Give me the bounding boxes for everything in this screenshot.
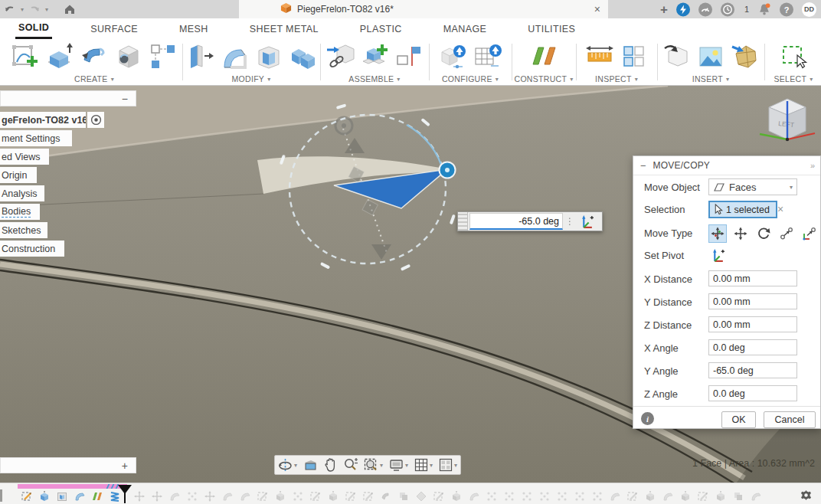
cancel-button[interactable]: Cancel xyxy=(764,411,816,428)
look-at-button[interactable] xyxy=(302,459,319,472)
set-pivot-icon-button[interactable] xyxy=(577,213,597,230)
timeline-feature-extrude-suppressed[interactable] xyxy=(679,490,692,502)
ribbon-group-label[interactable]: ASSEMBLE▾ xyxy=(348,74,400,84)
ribbon-hole-button[interactable] xyxy=(113,41,145,73)
pan-button[interactable] xyxy=(322,458,339,472)
timeline-feature-extrude-suppressed[interactable] xyxy=(274,490,286,502)
browser-collapse-icon[interactable]: − xyxy=(122,93,128,105)
ribbon-combine-button[interactable] xyxy=(287,41,319,73)
tab-utilities[interactable]: UTILITIES xyxy=(525,18,578,39)
timeline-feature-fillet-suppressed[interactable] xyxy=(239,490,251,502)
timeline-feature-pattern-suppressed[interactable] xyxy=(186,490,198,502)
timeline-feature-shell[interactable] xyxy=(56,490,68,502)
timeline-feature-extrude-suppressed[interactable] xyxy=(644,490,656,502)
selection-chip[interactable]: 1 selected xyxy=(708,201,777,218)
overflow-menu-icon[interactable]: ⋮ xyxy=(563,216,577,227)
timeline-feature-pattern-suppressed[interactable] xyxy=(486,490,498,502)
timeline-feature-fillet[interactable] xyxy=(74,490,86,502)
browser-item-gefrelon-to82-v16[interactable]: geFrelon-TO82 v16 xyxy=(0,112,86,128)
browser-expand-icon[interactable]: + xyxy=(122,460,128,472)
info-icon[interactable]: i xyxy=(641,412,654,427)
timeline-feature-sketch-suppressed[interactable] xyxy=(309,490,322,502)
timeline-feature-fillet-suppressed[interactable] xyxy=(468,490,480,502)
ribbon-configuration-button[interactable] xyxy=(437,41,469,73)
ribbon-pattern-button[interactable] xyxy=(147,41,179,73)
field-input-y-angle[interactable] xyxy=(708,362,797,378)
timeline-feature-pattern-suppressed[interactable] xyxy=(556,490,568,502)
timeline-feature-sketch-suppressed[interactable] xyxy=(433,490,445,502)
timeline-feature-fillet-suppressed[interactable] xyxy=(662,490,674,502)
ribbon-fillet-button[interactable] xyxy=(218,41,250,73)
move-object-dropdown[interactable]: Faces ▾ xyxy=(708,178,797,195)
extensions-icon[interactable] xyxy=(698,2,712,16)
window-zoom-button[interactable]: ▾ xyxy=(362,458,384,472)
browser-footer-bar[interactable]: + xyxy=(0,457,136,473)
timeline-feature-move-suppressed[interactable] xyxy=(204,490,216,502)
grid-caret-icon[interactable]: ▾ xyxy=(430,462,433,469)
browser-item-origin[interactable]: Origin xyxy=(0,167,37,183)
redo-icon[interactable] xyxy=(28,2,41,16)
help-icon[interactable]: ? xyxy=(780,2,793,16)
browser-item-construction[interactable]: Construction xyxy=(0,241,64,257)
ribbon-group-label[interactable]: CREATE▾ xyxy=(74,74,114,84)
timeline-feature-plane[interactable] xyxy=(91,490,103,502)
field-input-x-angle[interactable] xyxy=(708,339,797,355)
timeline-feature-sketch-suppressed[interactable] xyxy=(257,490,269,502)
undo-icon[interactable] xyxy=(3,2,17,16)
ribbon-shell-button[interactable] xyxy=(253,41,285,73)
user-avatar[interactable]: DD xyxy=(802,2,816,17)
grid-snap-button[interactable]: ▾ xyxy=(413,458,434,472)
move-type-point-to-point-button[interactable] xyxy=(777,224,796,243)
browser-item-analysis[interactable]: Analysis xyxy=(0,185,44,201)
dialog-collapse-icon[interactable]: − xyxy=(640,160,646,172)
timeline-feature-fillet-suppressed[interactable] xyxy=(168,490,181,502)
ribbon-revolve-button[interactable] xyxy=(78,41,110,73)
timeline-feature-extrude[interactable] xyxy=(38,490,51,502)
component-activate-radio[interactable] xyxy=(87,112,104,128)
ribbon-group-label[interactable]: CONSTRUCT▾ xyxy=(515,74,574,84)
browser-item-bodies[interactable]: Bodies xyxy=(0,204,40,220)
timeline-feature-sketch-suppressed[interactable] xyxy=(697,490,709,502)
redo-caret-icon[interactable]: ▾ xyxy=(45,6,48,13)
display-caret-icon[interactable]: ▾ xyxy=(405,462,408,469)
timeline-options-gear-icon[interactable] xyxy=(800,489,812,504)
notifications-bell-icon[interactable] xyxy=(757,2,771,16)
timeline-feature-move-suppressed[interactable] xyxy=(133,490,146,502)
timeline-feature-sketch-suppressed[interactable] xyxy=(626,490,639,502)
timeline-feature-extrude-suppressed[interactable] xyxy=(327,490,339,502)
timeline-feature-pattern-suppressed[interactable] xyxy=(591,490,603,502)
orbit-caret-icon[interactable]: ▾ xyxy=(294,462,297,469)
timeline-feature-pattern-suppressed[interactable] xyxy=(538,490,551,502)
tab-mesh[interactable]: MESH xyxy=(176,18,211,39)
timeline-feature-extrude-suppressed[interactable] xyxy=(715,490,727,502)
dialog-header[interactable]: − MOVE/COPY » xyxy=(633,156,820,175)
timeline-playhead[interactable] xyxy=(118,485,132,494)
new-tab-icon[interactable]: + xyxy=(660,3,668,16)
tab-plastic[interactable]: PLASTIC xyxy=(357,18,405,39)
timeline-feature-extrude-suppressed[interactable] xyxy=(450,490,463,502)
job-queue-clock-icon[interactable] xyxy=(721,2,734,16)
timeline-feature-fillet-suppressed[interactable] xyxy=(609,490,621,502)
drag-handle[interactable] xyxy=(458,212,468,231)
tab-solid[interactable]: SOLID xyxy=(15,18,52,39)
move-type-point-to-position-button[interactable] xyxy=(800,224,819,243)
dialog-dock-icon[interactable]: » xyxy=(810,161,815,170)
undo-caret-icon[interactable]: ▾ xyxy=(21,6,24,13)
timeline-feature-form-suppressed[interactable] xyxy=(415,490,427,502)
timeline-feature-fillet-suppressed[interactable] xyxy=(221,490,234,502)
selection-clear-icon[interactable]: × xyxy=(777,203,783,215)
ribbon-construction-plane-button[interactable] xyxy=(528,41,560,73)
ribbon-group-label[interactable]: CONFIGURE▾ xyxy=(442,74,499,84)
timeline-feature-sketch-suppressed[interactable] xyxy=(362,490,375,502)
ribbon-group-label[interactable]: SELECT▾ xyxy=(774,74,813,84)
field-input-z-distance[interactable] xyxy=(708,316,797,332)
timeline-feature-fillet-suppressed[interactable] xyxy=(750,490,762,502)
document-tab[interactable]: PiegeFrelon-TO82 v16* × xyxy=(239,0,608,18)
ribbon-extrude-button[interactable] xyxy=(44,41,76,73)
tab-surface[interactable]: SURFACE xyxy=(87,18,141,39)
ribbon-insert-derive-button[interactable] xyxy=(660,41,692,73)
window-zoom-caret-icon[interactable]: ▾ xyxy=(380,462,383,469)
timeline-feature-pattern-suppressed[interactable] xyxy=(292,490,304,502)
viewcube[interactable]: LEFT xyxy=(755,89,819,153)
browser-item-ed-views[interactable]: ed Views xyxy=(0,149,49,165)
